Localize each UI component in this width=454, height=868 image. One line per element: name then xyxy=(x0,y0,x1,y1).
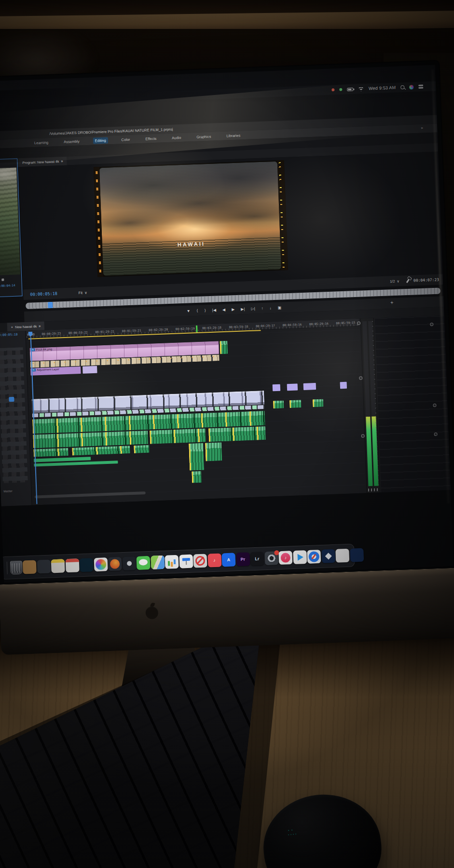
dock-icon-calendar[interactable] xyxy=(65,558,79,572)
dock-icon-photoshop[interactable] xyxy=(80,558,94,572)
audio-track-a3-clip[interactable] xyxy=(72,446,130,455)
clip-purple[interactable] xyxy=(303,383,316,390)
track-toggle-buttons[interactable] xyxy=(0,347,28,483)
dock-icon-compass-app[interactable] xyxy=(122,556,136,570)
clip-audio-green[interactable] xyxy=(289,400,302,408)
ruler-label: 00:04:59:16 xyxy=(279,323,306,327)
close-icon[interactable]: × xyxy=(11,325,13,328)
play-icon[interactable]: ▶ xyxy=(232,307,234,312)
audio-track-a3-clip[interactable] xyxy=(33,448,69,457)
dock-icon-do-not-disturb[interactable] xyxy=(193,554,207,568)
dock-icon-dark-blue-app[interactable] xyxy=(350,548,364,562)
workspace-tab-learning[interactable]: Learning xyxy=(32,139,51,146)
dock-icon-glyph xyxy=(51,559,65,573)
go-to-out-icon[interactable]: ▷| xyxy=(251,306,255,311)
clip-purple[interactable] xyxy=(273,384,281,392)
mark-in-icon[interactable]: ⟨ xyxy=(196,308,198,312)
clip-small-violet[interactable] xyxy=(83,366,97,374)
source-toolbar[interactable] xyxy=(0,275,21,283)
extract-icon[interactable]: ↓ xyxy=(269,306,271,310)
dock-icon-trash[interactable] xyxy=(10,561,22,575)
dock-icon-glyph xyxy=(165,555,179,569)
audio-track-a2-clip[interactable] xyxy=(33,431,148,448)
step-forward-icon[interactable]: ▶| xyxy=(241,307,245,311)
audio-clip-stacked[interactable] xyxy=(205,442,222,461)
dock-icon-glyph xyxy=(137,556,151,570)
dock-icon-archive-utility[interactable] xyxy=(23,560,37,574)
ruler-label: 00:04:29:17 xyxy=(252,324,279,328)
add-button-icon[interactable]: + xyxy=(390,299,394,305)
track-toggle-active[interactable] xyxy=(9,397,14,402)
workspace-tab-effects[interactable]: Effects xyxy=(143,135,158,142)
step-back-icon[interactable]: ◀ xyxy=(222,307,225,312)
spotlight-search-icon[interactable] xyxy=(400,85,404,89)
clip-small-green[interactable] xyxy=(220,341,228,354)
workspace-tab-color[interactable]: Color xyxy=(119,136,132,143)
workspace-tab-assembly[interactable]: Assembly xyxy=(62,138,82,145)
dock-icon-garageband[interactable] xyxy=(264,551,278,565)
menu-bar-clock[interactable]: Wed 9:53 AM xyxy=(369,85,396,91)
clip-purple[interactable] xyxy=(340,382,347,389)
audio-clip-stacked[interactable] xyxy=(192,471,202,483)
tool-icon[interactable] xyxy=(1,278,4,281)
dock-icon-texteditor[interactable] xyxy=(335,549,349,563)
dock-icon-premiere-pro[interactable]: Pr xyxy=(236,552,250,566)
dock-icon-numbers[interactable] xyxy=(165,555,179,569)
workspace-tab-libraries[interactable]: Libraries xyxy=(224,132,242,139)
dock-icon-messages[interactable] xyxy=(137,556,151,570)
menu-extra-icon-red[interactable] xyxy=(331,88,334,91)
dock-icon-keynote[interactable] xyxy=(179,555,193,569)
workspace-overflow-chevron[interactable]: » xyxy=(421,126,423,130)
dock-icon-app-store[interactable]: A xyxy=(221,553,235,567)
siri-icon[interactable] xyxy=(409,85,413,89)
dock-icon-music[interactable]: ♪ xyxy=(207,553,221,567)
panel-divider-dot[interactable] xyxy=(359,376,362,380)
panel-divider-dot[interactable] xyxy=(357,322,360,325)
audio-track-a2-clip[interactable] xyxy=(150,428,206,444)
dock-icon-browser[interactable] xyxy=(108,557,122,571)
panel-menu-icon[interactable]: ≡ xyxy=(61,159,63,163)
dock-icon-glyph xyxy=(335,549,349,563)
zoom-level-dropdown[interactable]: Fit ∨ xyxy=(79,290,87,295)
workspace-tab-label: Graphics xyxy=(196,134,211,139)
lift-icon[interactable]: ↑ xyxy=(261,306,263,310)
audio-track-a3-clip[interactable] xyxy=(134,445,150,453)
dock-icon-pixelmator[interactable] xyxy=(321,549,335,563)
control-center-icon[interactable] xyxy=(418,84,423,88)
dock-icon-glyph: ♪ xyxy=(207,553,221,567)
menu-extra-icon-green[interactable] xyxy=(339,88,342,91)
dock-icon-photos[interactable] xyxy=(94,557,108,571)
battery-icon[interactable] xyxy=(347,87,353,91)
audio-clip-stacked[interactable] xyxy=(189,443,204,471)
dock-icon-maps[interactable] xyxy=(151,556,165,570)
settings-wrench-icon[interactable] xyxy=(406,278,410,283)
workspace-tab-audio[interactable]: Audio xyxy=(170,134,183,141)
timeline-scrollbar[interactable] xyxy=(35,491,146,498)
workspace-tab-graphics[interactable]: Graphics xyxy=(194,133,213,140)
clip-audio-green[interactable] xyxy=(273,401,284,409)
workspace-tab-editing[interactable]: Editing xyxy=(93,137,108,144)
playback-resolution-dropdown[interactable]: 1/2 ∨ xyxy=(390,279,399,284)
panel-divider-dot[interactable] xyxy=(361,434,365,437)
sequence-marker[interactable] xyxy=(196,326,198,332)
program-current-timecode[interactable]: 00:00:05:18 xyxy=(30,291,57,297)
dock-icon-google-drive[interactable] xyxy=(293,550,307,564)
timeline-header-timecode[interactable]: 00:00:05:18 xyxy=(0,333,18,338)
dock-icon-notes[interactable] xyxy=(51,559,65,573)
dock-icon-itunes[interactable]: ♪ xyxy=(278,551,292,565)
export-frame-icon[interactable]: ▣ xyxy=(277,305,281,310)
panel-menu-icon[interactable]: ≡ xyxy=(39,324,41,327)
dock-icon-dark-app[interactable] xyxy=(37,559,51,573)
dock-icon-safari[interactable] xyxy=(307,550,321,564)
clip-purple[interactable] xyxy=(287,383,298,391)
go-to-in-icon[interactable]: |◀ xyxy=(212,308,217,312)
dock-icon-lightroom[interactable]: Lr xyxy=(250,552,264,566)
clip-adjustment-layer[interactable]: fx Adjustment Layer xyxy=(30,366,81,376)
chevron-down-icon: ∨ xyxy=(84,290,87,295)
wifi-icon[interactable] xyxy=(358,86,364,91)
mark-out-icon[interactable]: ⟩ xyxy=(204,308,206,312)
audio-track-a2-clip[interactable] xyxy=(208,426,266,442)
add-marker-icon[interactable]: ▼ xyxy=(186,309,190,313)
scrollbar-playhead-handle[interactable] xyxy=(48,302,53,308)
clip-audio-green[interactable] xyxy=(313,399,324,407)
